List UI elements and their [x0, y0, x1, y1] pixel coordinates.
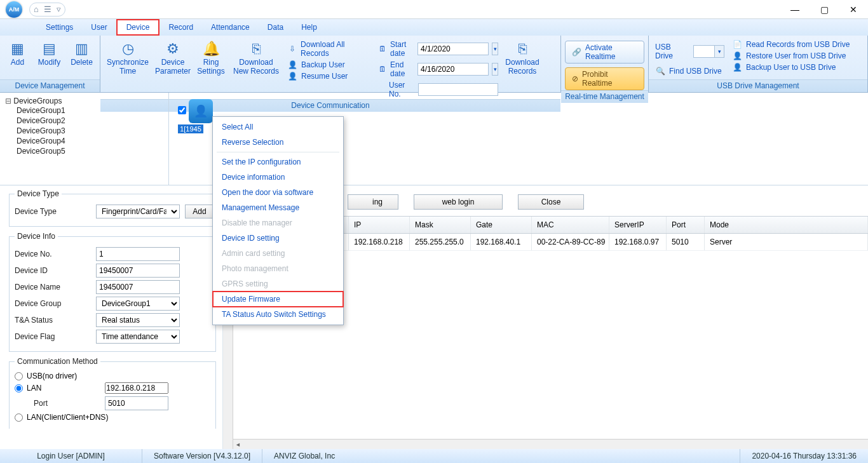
- ing-button[interactable]: ing: [348, 194, 398, 210]
- device-type-select[interactable]: Fingerprint/Card/Fac: [96, 205, 180, 218]
- device-group-select[interactable]: DeviceGroup1: [96, 297, 180, 311]
- mid-row: DeviceGroups DeviceGroup1 DeviceGroup2 D…: [0, 93, 868, 185]
- dropdown-icon[interactable]: ▾: [492, 43, 498, 55]
- modify-device-button[interactable]: ▤Modify: [34, 38, 65, 69]
- context-item[interactable]: Management Message: [213, 200, 343, 215]
- tree-root[interactable]: DeviceGroups: [5, 97, 163, 105]
- lan-client-radio[interactable]: [15, 413, 23, 422]
- read-icon: 📄: [732, 40, 742, 49]
- menu-device[interactable]: Device: [116, 19, 160, 36]
- user-icon[interactable]: ☰: [44, 4, 51, 14]
- menu-settings[interactable]: Settings: [37, 19, 82, 36]
- clock-icon: ◷: [116, 39, 139, 58]
- prohibit-realtime-button[interactable]: ⊘Prohibit Realtime: [565, 67, 644, 90]
- dropdown-icon[interactable]: ▾: [714, 45, 724, 58]
- quick-access-toolbar: ⌂ ☰ ▿: [29, 3, 65, 17]
- ta-status-select[interactable]: Real status: [96, 313, 180, 327]
- start-date-row: 🗓Start date▾: [376, 39, 501, 58]
- menu-attendance[interactable]: Attendance: [202, 19, 259, 36]
- group-title-usb: USB Drive Management: [649, 79, 867, 92]
- find-usb-button[interactable]: 🔍Find USB Drive: [653, 66, 727, 76]
- web-login-button[interactable]: web login: [414, 194, 503, 210]
- fieldset-device-type: Device Type Device Type Fingerprint/Card…: [9, 189, 220, 227]
- tree-item[interactable]: DeviceGroup5: [17, 146, 163, 156]
- shield-icon[interactable]: ▿: [57, 4, 61, 14]
- usb-radio[interactable]: [15, 372, 23, 380]
- device-no-input[interactable]: [96, 247, 180, 261]
- download-all-icon: ⇩: [287, 44, 297, 53]
- context-item[interactable]: Reverse Selection: [213, 135, 343, 150]
- sync-time-button[interactable]: ◷Synchronize Time: [104, 38, 151, 77]
- context-item[interactable]: TA Status Auto Switch Settings: [213, 307, 343, 322]
- search-icon: 🔍: [655, 67, 665, 76]
- device-checkbox[interactable]: [178, 106, 186, 114]
- device-icon: 👤: [189, 99, 213, 123]
- context-item[interactable]: Set the IP configuration: [213, 154, 343, 170]
- app-logo: A/M: [0, 0, 28, 19]
- home-icon[interactable]: ⌂: [34, 4, 39, 14]
- resume-icon: 👤: [287, 72, 297, 81]
- context-item[interactable]: Select All: [213, 119, 343, 135]
- menu-help[interactable]: Help: [292, 19, 326, 36]
- download-records-icon: ⎘: [511, 39, 534, 58]
- device-name-input[interactable]: [96, 280, 180, 294]
- status-login: Login User [ADMIN]: [0, 449, 142, 463]
- download-new-records-button[interactable]: ⎘Download New Records: [230, 38, 282, 77]
- menu-data[interactable]: Data: [259, 19, 292, 36]
- activate-realtime-button[interactable]: 🔗Activate Realtime: [565, 41, 644, 64]
- calendar-icon: 🗓: [379, 65, 386, 74]
- start-date-input[interactable]: [417, 43, 489, 55]
- close-button[interactable]: ✕: [839, 0, 868, 19]
- device-id-input[interactable]: [96, 264, 180, 278]
- backup-usb-icon: 👤: [732, 63, 742, 72]
- menu-user[interactable]: User: [82, 19, 116, 36]
- menu-record[interactable]: Record: [159, 19, 202, 36]
- tree-item[interactable]: DeviceGroup3: [17, 126, 163, 136]
- end-date-input[interactable]: [417, 63, 489, 76]
- maximize-button[interactable]: ▢: [810, 0, 839, 19]
- read-usb-button[interactable]: 📄Read Records from USB Drive: [729, 39, 852, 50]
- minimize-button[interactable]: —: [780, 0, 810, 19]
- download-icon: ⎘: [245, 39, 268, 58]
- backup-icon: 👤: [287, 60, 297, 69]
- close-panel-button[interactable]: Close: [518, 194, 584, 210]
- context-item[interactable]: Open the door via software: [213, 185, 343, 200]
- download-all-records-button[interactable]: ⇩Download All Records: [285, 39, 374, 58]
- device-tree[interactable]: DeviceGroups DeviceGroup1 DeviceGroup2 D…: [0, 93, 169, 185]
- download-records-button[interactable]: ⎘Download Records: [503, 38, 541, 77]
- usb-drive-select[interactable]: [693, 45, 715, 58]
- restore-icon: 👤: [732, 51, 742, 60]
- context-item[interactable]: Device information: [213, 170, 343, 185]
- edit-icon: ▤: [38, 39, 61, 58]
- tree-item[interactable]: DeviceGroup2: [17, 116, 163, 126]
- status-datetime: 2020-04-16 Thursday 13:31:36: [740, 449, 868, 463]
- add-device-button[interactable]: ▦Add: [4, 38, 31, 69]
- ring-settings-button[interactable]: 🔔Ring Settings: [194, 38, 227, 77]
- resume-user-button[interactable]: 👤Resume User: [285, 71, 374, 81]
- device-parameter-button[interactable]: ⚙Device Parameter: [154, 38, 192, 77]
- menubar: Settings User Device Record Attendance D…: [0, 19, 868, 36]
- tree-item[interactable]: DeviceGroup4: [17, 136, 163, 146]
- link-icon: 🔗: [572, 48, 581, 57]
- device-tile[interactable]: 👤 1[1945: [178, 99, 213, 133]
- titlebar: A/M ⌂ ☰ ▿ — ▢ ✕: [0, 0, 868, 19]
- restore-usb-button[interactable]: 👤Restore User from USB Drive: [729, 51, 852, 61]
- context-item: Photo management: [213, 261, 343, 276]
- context-item: Admin card setting: [213, 246, 343, 261]
- context-item: Disable the manager: [213, 215, 343, 231]
- add-type-button[interactable]: Add: [185, 205, 214, 218]
- context-item[interactable]: Device ID setting: [213, 231, 343, 246]
- tree-item[interactable]: DeviceGroup1: [17, 105, 163, 116]
- backup-user-button[interactable]: 👤Backup User: [285, 60, 374, 70]
- backup-usb-button[interactable]: 👤Backup User to USB Drive: [729, 62, 852, 72]
- usb-drive-row: USB Drive▾: [653, 42, 727, 61]
- lan-port-input[interactable]: [105, 396, 168, 410]
- lan-ip-input[interactable]: [105, 382, 168, 394]
- device-flag-select[interactable]: Time attendance: [96, 330, 180, 344]
- prohibit-icon: ⊘: [572, 74, 578, 83]
- lan-radio[interactable]: [15, 384, 23, 393]
- horizontal-scrollbar[interactable]: [233, 439, 868, 449]
- context-item[interactable]: Update Firmware: [213, 292, 343, 307]
- delete-device-button[interactable]: ▥Delete: [67, 38, 96, 69]
- dropdown-icon[interactable]: ▾: [492, 63, 498, 76]
